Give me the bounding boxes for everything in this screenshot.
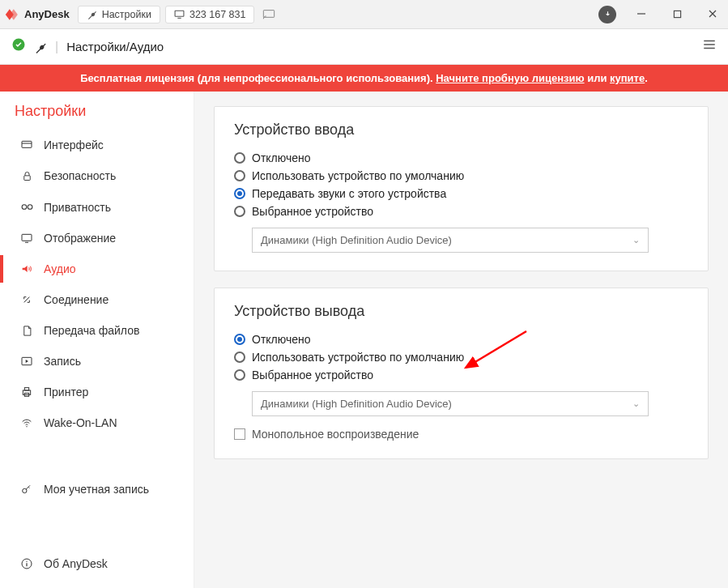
nav-label: Безопасность <box>44 169 116 182</box>
window-controls <box>631 7 723 22</box>
breadcrumb-separator: | <box>55 40 58 54</box>
svg-point-16 <box>26 426 27 427</box>
radio-label: Выбранное устройство <box>252 369 373 381</box>
svg-point-17 <box>23 488 27 492</box>
sidebar-item-account[interactable]: Моя учетная запись <box>15 475 187 503</box>
input-radio-transmit[interactable]: Передавать звуки с этого устройства <box>234 187 688 200</box>
title-bar: AnyDesk Настройки 323 167 831 <box>0 0 728 29</box>
cast-icon[interactable] <box>262 8 275 21</box>
svg-rect-14 <box>24 388 28 390</box>
checkbox-icon <box>234 428 245 440</box>
radio-label: Отключено <box>252 333 311 346</box>
banner-link-trial[interactable]: Начните пробную лицензию <box>436 72 584 84</box>
output-device-select[interactable]: Динамики (High Definition Audio Device) … <box>252 391 649 416</box>
monitor-icon <box>174 9 185 19</box>
wrench-icon <box>34 40 47 53</box>
banner-text: Бесплатная лицензия (для непрофессиональ… <box>80 72 436 84</box>
nav-label: Wake-On-LAN <box>44 416 117 429</box>
lock-icon <box>19 170 34 182</box>
radio-icon <box>234 152 245 164</box>
svg-point-20 <box>26 561 27 562</box>
tab-label: 323 167 831 <box>189 9 246 20</box>
close-button[interactable] <box>702 7 723 22</box>
input-radio-default[interactable]: Использовать устройство по умолчанию <box>234 169 688 182</box>
svg-rect-10 <box>22 234 32 241</box>
card-title: Устройство вывода <box>234 303 688 320</box>
svg-point-8 <box>22 205 27 210</box>
select-value: Динамики (High Definition Audio Device) <box>261 398 452 410</box>
nav-label: Об AnyDesk <box>44 557 108 570</box>
minimize-button[interactable] <box>631 7 652 22</box>
breadcrumb-text: Настройки/Аудио <box>66 40 164 53</box>
download-indicator[interactable] <box>598 6 616 23</box>
output-radio-disabled[interactable]: Отключено <box>234 333 688 346</box>
app-name: AnyDesk <box>24 8 70 20</box>
chevron-down-icon: ⌄ <box>632 235 640 245</box>
sidebar-item-connection[interactable]: Соединение <box>15 286 187 313</box>
svg-rect-0 <box>175 11 184 16</box>
main-area: Настройки Интерфейс Безопасность Приватн… <box>0 92 728 588</box>
interface-icon <box>19 138 34 151</box>
input-radio-disabled[interactable]: Отключено <box>234 151 688 164</box>
sidebar-item-about[interactable]: Об AnyDesk <box>15 550 187 577</box>
connection-icon <box>19 293 34 306</box>
radio-icon <box>234 170 245 181</box>
key-icon <box>19 483 34 496</box>
radio-icon <box>234 188 245 199</box>
sidebar-item-recording[interactable]: Запись <box>15 347 187 375</box>
nav-label: Запись <box>44 355 81 368</box>
sidebar-item-privacy[interactable]: Приватность <box>15 193 187 221</box>
banner-link-buy[interactable]: купите <box>610 72 645 84</box>
sidebar-item-printer[interactable]: Принтер <box>15 378 187 406</box>
display-icon <box>19 232 34 245</box>
breadcrumb-bar: | Настройки/Аудио <box>0 29 728 65</box>
menu-button[interactable] <box>702 37 717 56</box>
radio-label: Использовать устройство по умолчанию <box>252 351 464 364</box>
nav-label: Передача файлов <box>44 324 139 337</box>
output-radio-selected[interactable]: Выбранное устройство <box>234 369 688 381</box>
tab-session[interactable]: 323 167 831 <box>165 6 255 23</box>
content-area: Устройство ввода Отключено Использовать … <box>194 92 728 588</box>
output-radio-default[interactable]: Использовать устройство по умолчанию <box>234 351 688 364</box>
sidebar-item-audio[interactable]: Аудио <box>15 255 187 283</box>
app-logo: AnyDesk <box>5 6 70 23</box>
svg-rect-5 <box>22 141 32 147</box>
tab-settings[interactable]: Настройки <box>78 6 160 23</box>
sidebar: Настройки Интерфейс Безопасность Приватн… <box>0 92 194 588</box>
nav-label: Отображение <box>44 232 116 245</box>
sidebar-item-filetransfer[interactable]: Передача файлов <box>15 317 187 344</box>
anydesk-logo-icon <box>5 6 21 23</box>
status-icon <box>11 37 26 56</box>
select-value: Динамики (High Definition Audio Device) <box>261 234 452 246</box>
nav-label: Моя учетная запись <box>44 483 149 496</box>
record-icon <box>19 355 34 368</box>
exclusive-playback-checkbox[interactable]: Монопольное воспроизведение <box>234 428 688 441</box>
radio-label: Использовать устройство по умолчанию <box>252 169 464 182</box>
svg-rect-13 <box>23 390 30 394</box>
sidebar-item-display[interactable]: Отображение <box>15 224 187 252</box>
maximize-button[interactable] <box>666 7 688 22</box>
output-device-card: Устройство вывода Отключено Использовать… <box>214 288 709 459</box>
radio-label: Выбранное устройство <box>252 205 373 218</box>
wifi-icon <box>19 416 34 429</box>
sidebar-item-wol[interactable]: Wake-On-LAN <box>15 409 187 437</box>
nav-label: Соединение <box>44 293 109 306</box>
card-title: Устройство ввода <box>234 121 688 138</box>
audio-icon <box>19 262 34 275</box>
input-device-select[interactable]: Динамики (High Definition Audio Device) … <box>252 228 649 253</box>
sidebar-item-security[interactable]: Безопасность <box>15 162 187 190</box>
radio-icon <box>234 334 245 345</box>
svg-rect-3 <box>674 11 680 17</box>
sidebar-item-interface[interactable]: Интерфейс <box>15 131 187 159</box>
radio-label: Передавать звуки с этого устройства <box>252 187 446 200</box>
file-icon <box>19 325 34 337</box>
svg-point-9 <box>28 205 32 210</box>
license-banner: Бесплатная лицензия (для непрофессиональ… <box>0 65 728 92</box>
radio-icon <box>234 206 245 217</box>
input-radio-selected[interactable]: Выбранное устройство <box>234 205 688 218</box>
printer-icon <box>19 386 34 398</box>
input-device-card: Устройство ввода Отключено Использовать … <box>214 106 709 271</box>
chevron-down-icon: ⌄ <box>632 398 640 409</box>
checkbox-label: Монопольное воспроизведение <box>252 428 419 441</box>
tab-label: Настройки <box>102 9 151 20</box>
